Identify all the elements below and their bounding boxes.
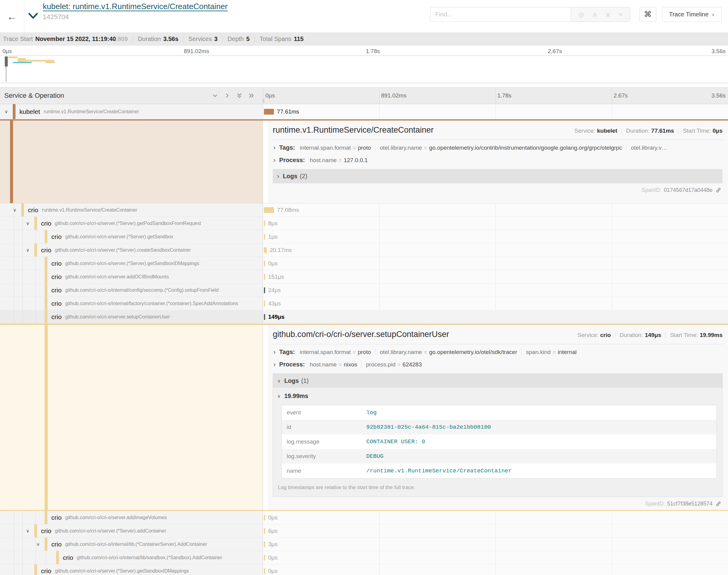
span-row[interactable]: criogithub.com/cri-o/cri-o/server.(*Serv… — [0, 257, 728, 270]
span-timeline-cell[interactable]: 1μs — [263, 230, 728, 243]
span-service-name: crio — [51, 286, 62, 294]
keyboard-shortcuts-button[interactable]: ⌘ — [639, 7, 656, 22]
span-name-cell[interactable]: ∨criogithub.com/cri-o/cri-o/server.(*Ser… — [0, 243, 263, 257]
span-timeline-cell[interactable]: 0μs — [263, 511, 728, 524]
span-row[interactable]: ∨criogithub.com/cri-o/cri-o/internal/lib… — [0, 538, 728, 551]
span-service-name: crio — [51, 273, 62, 280]
logs-accordion[interactable]: ∨ Logs (1) — [273, 373, 723, 388]
span-name-cell[interactable]: criogithub.com/cri-o/cri-o/server.(*Serv… — [0, 230, 263, 243]
tags-accordion[interactable]: › Tags: internal.span.format=protootel.l… — [273, 348, 723, 356]
span-duration-bar[interactable] — [264, 247, 267, 253]
span-duration-bar[interactable] — [264, 109, 274, 114]
meta-label: Duration: — [620, 332, 643, 339]
span-timeline-cell[interactable]: 77.61ms — [263, 104, 728, 119]
span-name-cell[interactable]: criogithub.com/cri-o/cri-o/server.setupC… — [0, 310, 263, 324]
span-row[interactable]: ∨criogithub.com/cri-o/cri-o/server.(*Ser… — [0, 243, 728, 257]
span-duration-bar[interactable] — [264, 314, 265, 320]
span-duration-bar[interactable] — [264, 234, 265, 240]
span-row[interactable]: ∨criogithub.com/cri-o/cri-o/server.(*Ser… — [0, 524, 728, 538]
divider — [255, 36, 255, 42]
span-name-cell[interactable]: ∨criogithub.com/cri-o/cri-o/internal/lib… — [0, 538, 263, 551]
span-name-cell[interactable]: ∨criogithub.com/cri-o/cri-o/server.(*Ser… — [0, 524, 263, 538]
log-entry-accordion[interactable]: ∨ 19.99ms — [273, 388, 722, 404]
span-timeline-cell[interactable]: 6μs — [263, 524, 728, 538]
span-duration-bar[interactable] — [264, 515, 265, 520]
minimap-canvas[interactable] — [0, 56, 728, 83]
meta-value: 149μs — [645, 332, 661, 339]
span-row[interactable]: criogithub.com/cri-o/cri-o/server.addOCI… — [0, 270, 728, 283]
span-timeline-cell[interactable]: 77.08ms — [263, 203, 728, 217]
span-row[interactable]: criogithub.com/cri-o/cri-o/server.addIma… — [0, 511, 728, 524]
span-labels: kubeletruntime.v1.RuntimeService/CreateC… — [0, 104, 263, 119]
span-row[interactable]: criogithub.com/cri-o/cri-o/internal/conf… — [0, 283, 728, 297]
span-name-cell[interactable]: criogithub.com/cri-o/cri-o/server.addIma… — [0, 511, 263, 524]
span-duration-bar[interactable] — [264, 287, 265, 293]
span-name-cell[interactable]: criogithub.com/cri-o/cri-o/internal/conf… — [0, 283, 263, 297]
span-duration-bar[interactable] — [264, 528, 265, 534]
logs-accordion[interactable]: › Logs (2) — [273, 169, 723, 183]
prev-match-icon[interactable]: ∧ — [592, 11, 597, 18]
collapse-one-icon[interactable] — [212, 92, 219, 99]
span-operation-name: runtime.v1.RuntimeService/CreateContaine… — [44, 109, 139, 114]
divider — [375, 349, 376, 355]
collapse-all-icon[interactable] — [236, 92, 243, 99]
span-duration-label: 24μs — [268, 287, 281, 294]
span-timeline-cell[interactable]: 0μs — [263, 551, 728, 564]
span-name-cell[interactable]: criogithub.com/cri-o/cri-o/internal/fact… — [0, 297, 263, 310]
process-accordion[interactable]: › Process: host.name=127.0.0.1 — [273, 157, 723, 164]
span-duration-bar[interactable] — [264, 207, 274, 213]
span-row[interactable]: criogithub.com/cri-o/cri-o/internal/lib/… — [0, 551, 728, 564]
span-duration-bar[interactable] — [264, 221, 265, 226]
next-match-icon[interactable]: ∨ — [606, 11, 610, 18]
span-duration-bar[interactable] — [264, 541, 265, 547]
span-operation-name: github.com/cri-o/cri-o/server.addOCIBind… — [65, 274, 169, 280]
span-row[interactable]: criogithub.com/cri-o/cri-o/internal/fact… — [0, 297, 728, 310]
span-name-cell[interactable]: criogithub.com/cri-o/cri-o/server.addOCI… — [0, 270, 263, 283]
tags-label: Tags: — [279, 144, 295, 151]
back-button[interactable]: ← — [0, 0, 24, 32]
tag-item: internal.span.format=proto — [300, 349, 371, 356]
process-accordion[interactable]: › Process: host.name=nixosprocess.pid=62… — [273, 361, 723, 368]
span-timeline-cell[interactable]: 43μs — [263, 297, 728, 310]
span-duration-bar[interactable] — [264, 301, 265, 306]
copy-link-icon[interactable] — [716, 501, 721, 507]
span-row[interactable]: ∨kubeletruntime.v1.RuntimeService/Create… — [0, 104, 728, 119]
span-timeline-cell[interactable]: 8μs — [263, 217, 728, 230]
span-timeline-cell[interactable]: 149μs — [263, 310, 728, 324]
span-timeline-cell[interactable]: 151μs — [263, 270, 728, 283]
span-name-cell[interactable]: ∨crioruntime.v1.RuntimeService/CreateCon… — [0, 203, 263, 217]
span-row[interactable]: criogithub.com/cri-o/cri-o/server.setupC… — [0, 310, 728, 324]
span-duration-bar[interactable] — [264, 274, 265, 280]
copy-link-icon[interactable] — [716, 187, 721, 193]
span-duration-bar[interactable] — [264, 568, 265, 574]
span-timeline-cell[interactable]: 0μs — [263, 564, 728, 575]
trace-collapse-chevron-icon[interactable] — [28, 12, 38, 20]
log-field-row: id92b82381-025c-4a64-815c-ba2e1bb08100 — [282, 420, 717, 434]
expand-one-icon[interactable] — [224, 92, 231, 99]
span-timeline-cell[interactable]: 3μs — [263, 538, 728, 551]
focus-match-icon[interactable]: ◎ — [578, 11, 584, 18]
meta-value: 77.61ms — [651, 128, 674, 134]
span-name-cell[interactable]: criogithub.com/cri-o/cri-o/server.(*Serv… — [0, 564, 263, 575]
tags-accordion[interactable]: › Tags: internal.span.format=protootel.l… — [273, 144, 723, 151]
span-row[interactable]: ∨crioruntime.v1.RuntimeService/CreateCon… — [0, 203, 728, 217]
span-timeline-cell[interactable]: 24μs — [263, 283, 728, 297]
trace-view-select[interactable]: Trace Timeline ∨ — [662, 7, 722, 22]
trace-title-link[interactable]: kubelet: runtime.v1.RuntimeService/Creat… — [43, 2, 228, 11]
span-name-cell[interactable]: ∨kubeletruntime.v1.RuntimeService/Create… — [0, 104, 263, 119]
process-values: host.name=127.0.0.1 — [310, 157, 368, 164]
span-row[interactable]: criogithub.com/cri-o/cri-o/server.(*Serv… — [0, 564, 728, 575]
span-timeline-cell[interactable]: 0μs — [263, 257, 728, 270]
span-row[interactable]: criogithub.com/cri-o/cri-o/server.(*Serv… — [0, 230, 728, 243]
clear-search-icon[interactable]: × — [619, 11, 623, 18]
span-duration-bar[interactable] — [264, 261, 265, 266]
expand-all-icon[interactable] — [248, 92, 255, 99]
span-name-cell[interactable]: criogithub.com/cri-o/cri-o/internal/lib/… — [0, 551, 263, 564]
span-timeline-cell[interactable]: 20.17ms — [263, 243, 728, 257]
span-name-cell[interactable]: ∨criogithub.com/cri-o/cri-o/server.(*Ser… — [0, 217, 263, 230]
find-input[interactable] — [430, 7, 571, 22]
span-name-cell[interactable]: criogithub.com/cri-o/cri-o/server.(*Serv… — [0, 257, 263, 270]
span-row[interactable]: ∨criogithub.com/cri-o/cri-o/server.(*Ser… — [0, 217, 728, 230]
chevron-right-icon: › — [273, 144, 275, 151]
span-duration-bar[interactable] — [264, 555, 265, 561]
